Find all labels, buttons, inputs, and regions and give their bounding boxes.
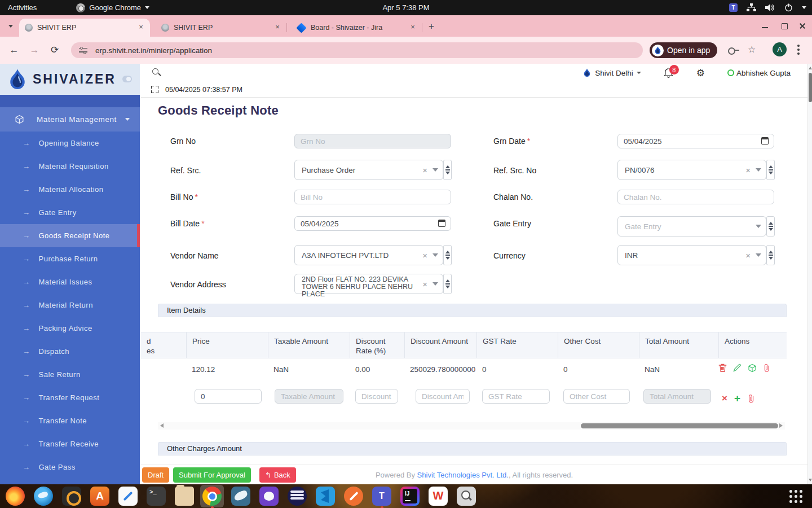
- sidebar-item-material-issues[interactable]: →Material Issues: [0, 270, 140, 294]
- entry-discount-amount-input[interactable]: [416, 389, 470, 404]
- edit-icon[interactable]: [733, 364, 742, 372]
- caret-down-icon[interactable]: [756, 225, 761, 228]
- calendar-icon[interactable]: [761, 137, 769, 144]
- dock-intellij-icon[interactable]: IJ: [400, 487, 420, 506]
- table-horizontal-scrollbar[interactable]: [158, 422, 785, 430]
- url-bar[interactable]: erp.shivit.net.in/minierp/application: [71, 42, 643, 58]
- reload-icon[interactable]: ⟳: [48, 44, 61, 56]
- show-applications-icon[interactable]: [789, 490, 802, 503]
- clear-icon[interactable]: ×: [422, 251, 427, 260]
- volume-icon[interactable]: [765, 3, 775, 12]
- vendor-address-spinner[interactable]: [443, 274, 452, 294]
- dock-terminal-icon[interactable]: >_: [147, 487, 166, 506]
- company-selector[interactable]: Shivit Delhi: [595, 69, 633, 77]
- ref-src-no-select[interactable]: PN/0076 ×: [617, 160, 766, 180]
- caret-down-icon[interactable]: [433, 168, 438, 172]
- bookmark-star-icon[interactable]: ☆: [748, 44, 756, 55]
- ref-src-select[interactable]: Purchase Order ×: [294, 160, 443, 180]
- gate-entry-spinner[interactable]: [766, 216, 775, 237]
- sidebar-item-goods-receipt-note[interactable]: →Goods Receipt Note: [0, 224, 140, 247]
- calendar-icon[interactable]: [438, 220, 445, 227]
- dock-mysql-workbench-icon[interactable]: [231, 487, 250, 506]
- dock-pen-tool-icon[interactable]: [344, 487, 363, 506]
- dock-vscode-icon[interactable]: [316, 487, 335, 506]
- dock-text-editor-icon[interactable]: [118, 487, 138, 506]
- sidebar-item-transfer-note[interactable]: →Transfer Note: [0, 409, 140, 432]
- dock-thunderbird-icon[interactable]: [34, 487, 53, 506]
- new-tab-button[interactable]: +: [426, 22, 436, 32]
- dock-teams-icon[interactable]: T: [372, 487, 391, 506]
- sidebar-item-purchase-return[interactable]: →Purchase Return: [0, 247, 140, 270]
- entry-total-input[interactable]: [643, 389, 711, 404]
- caret-down-icon[interactable]: [756, 168, 761, 172]
- notifications-button[interactable]: 8: [664, 67, 675, 78]
- dock-wps-office-icon[interactable]: W: [429, 487, 448, 506]
- currency-select[interactable]: INR ×: [617, 245, 766, 265]
- entry-discount-rate-input[interactable]: [355, 389, 398, 404]
- power-icon[interactable]: [784, 3, 793, 12]
- vendor-address-select[interactable]: 2ND Floor FLAT NO. 223 DEVIKA TOWER 6 NE…: [294, 274, 443, 294]
- dock-screenshot-tool-icon[interactable]: [457, 487, 476, 506]
- vendor-name-spinner[interactable]: [443, 245, 452, 265]
- sidebar-item-dispatch[interactable]: →Dispatch: [0, 340, 140, 363]
- ref-src-no-spinner[interactable]: [766, 160, 775, 180]
- window-minimize-button[interactable]: [761, 22, 769, 30]
- delete-icon[interactable]: [718, 363, 727, 373]
- clear-icon[interactable]: ×: [422, 279, 427, 289]
- chalan-no-field[interactable]: [617, 190, 774, 204]
- tab-jira-board[interactable]: Board - Shivaizer - Jira ×: [291, 19, 422, 37]
- password-key-icon[interactable]: [728, 46, 740, 54]
- close-tab-icon[interactable]: ×: [408, 23, 417, 32]
- dock-eclipse-icon[interactable]: [288, 487, 307, 506]
- ref-src-spinner[interactable]: [443, 160, 452, 180]
- attachment-icon[interactable]: [747, 394, 756, 404]
- fullscreen-icon[interactable]: [151, 86, 158, 93]
- system-menu-chevron-icon[interactable]: [802, 6, 806, 9]
- site-info-icon[interactable]: [79, 47, 87, 54]
- search-icon[interactable]: [152, 68, 161, 77]
- close-tab-icon[interactable]: ×: [136, 23, 145, 32]
- company-link[interactable]: Shivit Technologies Pvt. Ltd.: [417, 471, 509, 479]
- sidebar-toggle[interactable]: [122, 76, 132, 82]
- back-nav-icon[interactable]: ←: [8, 44, 20, 56]
- dock-files-icon[interactable]: [175, 487, 194, 506]
- teams-tray-icon[interactable]: T: [729, 3, 738, 12]
- sidebar-item-gate-pass[interactable]: →Gate Pass: [0, 456, 140, 479]
- profile-avatar[interactable]: A: [773, 42, 787, 56]
- scrollbar-thumb[interactable]: [581, 423, 778, 428]
- clock[interactable]: Apr 5 7:38 PM: [382, 3, 429, 12]
- dock-firefox-icon[interactable]: [6, 487, 25, 506]
- dock-chrome-icon[interactable]: [202, 487, 222, 506]
- gate-entry-select[interactable]: Gate Entry: [617, 216, 766, 237]
- tab-search-button[interactable]: [5, 20, 17, 32]
- sidebar-item-material-return[interactable]: →Material Return: [0, 294, 140, 317]
- caret-down-icon[interactable]: [433, 253, 438, 257]
- sidebar-item-packing-advice[interactable]: →Packing Advice: [0, 317, 140, 340]
- sidebar-parent-material-management[interactable]: Material Management: [0, 107, 140, 132]
- sidebar-item-material-allocation[interactable]: →Material Allocation: [0, 178, 140, 201]
- add-row-icon[interactable]: +: [734, 392, 740, 405]
- remove-row-icon[interactable]: ×: [722, 393, 727, 404]
- entry-qty-input[interactable]: [195, 389, 262, 404]
- package-cube-icon[interactable]: [748, 364, 757, 373]
- dock-ubuntu-software-icon[interactable]: A: [90, 487, 109, 506]
- scrollbar-thumb[interactable]: [809, 73, 812, 102]
- vendor-name-select[interactable]: A3A INFOTECH PVT.LTD ×: [294, 245, 443, 265]
- grn-no-field[interactable]: [294, 134, 451, 148]
- sidebar-item-transfer-request[interactable]: →Transfer Request: [0, 386, 140, 409]
- forward-nav-icon[interactable]: →: [28, 44, 41, 56]
- tab-shivit-erp-active[interactable]: SHIVIT ERP ×: [19, 19, 150, 37]
- caret-down-icon[interactable]: [433, 282, 438, 286]
- scroll-up-icon[interactable]: [809, 67, 812, 69]
- gear-icon[interactable]: ⚙: [696, 67, 705, 78]
- bill-date-field[interactable]: [294, 216, 451, 231]
- dock-github-desktop-icon[interactable]: [259, 487, 279, 506]
- entry-gst-rate-input[interactable]: [482, 389, 550, 404]
- browser-menu-icon[interactable]: [797, 44, 800, 55]
- clear-icon[interactable]: ×: [422, 165, 427, 175]
- sidebar-item-material-requisition[interactable]: →Material Requisition: [0, 155, 140, 178]
- scroll-down-icon[interactable]: [809, 479, 812, 481]
- scroll-left-icon[interactable]: [160, 423, 164, 428]
- window-close-button[interactable]: [798, 22, 806, 30]
- clear-icon[interactable]: ×: [745, 165, 751, 175]
